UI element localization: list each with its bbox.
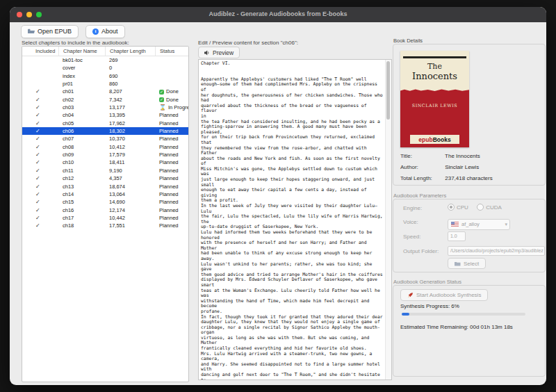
- status-text: Planned: [159, 111, 179, 119]
- length-field-label: Total Length:: [400, 175, 443, 181]
- included-checkmark[interactable]: ✓: [22, 96, 58, 104]
- table-row[interactable]: ✓ch124,357Planned: [22, 174, 188, 182]
- status-text: Planned: [159, 214, 179, 222]
- included-checkmark[interactable]: ✓: [22, 111, 58, 119]
- editor-scrollbar-thumb[interactable]: [386, 61, 390, 120]
- chapter-length-cell: 17,579: [105, 151, 155, 158]
- table-row[interactable]: ✓ch0710,370Planned: [22, 135, 188, 142]
- included-checkmark[interactable]: ✓: [22, 214, 58, 222]
- status-text: Planned: [159, 174, 179, 182]
- table-row[interactable]: ✓ch0517,962Planned: [22, 120, 188, 127]
- included-checkmark[interactable]: [22, 72, 58, 80]
- title-field-label: Title:: [400, 153, 443, 159]
- voice-dropdown[interactable]: af_alloy ▾: [448, 219, 510, 230]
- epubbooks-logo: epubBooks: [410, 135, 459, 144]
- chapter-length-cell: 13,395: [105, 111, 155, 119]
- chapter-length-cell: 17,551: [105, 222, 155, 229]
- table-row[interactable]: ✓ch1318,674Planned: [22, 183, 188, 190]
- table-row[interactable]: ✓ch0810,412Planned: [22, 143, 188, 151]
- chapter-name-cell: ch07: [58, 135, 105, 142]
- included-checkmark[interactable]: ✓: [22, 135, 58, 142]
- col-header-chapter-length[interactable]: Chapter Length: [105, 47, 155, 56]
- col-header-included[interactable]: Included: [22, 47, 58, 56]
- radio-cuda[interactable]: CUDA: [477, 204, 502, 211]
- included-checkmark[interactable]: ✓: [22, 174, 58, 182]
- table-row[interactable]: ✓ch0917,579Planned: [22, 151, 188, 158]
- chapter-name-cell: cover: [58, 64, 105, 72]
- included-checkmark[interactable]: [22, 56, 58, 64]
- open-epub-label: Open EPUB: [38, 28, 72, 35]
- chapter-length-cell: 18,302: [105, 127, 155, 135]
- cover-title-line1: The: [400, 62, 469, 71]
- status-cell: Planned: [155, 167, 188, 174]
- editor-area: Chapter VI. Apparently the Applebys' cus…: [198, 59, 392, 380]
- table-row[interactable]: ✓ch0413,395Planned: [22, 111, 188, 119]
- chapter-length-cell: 18,674: [105, 183, 155, 190]
- table-row[interactable]: ✓ch027,342Done: [22, 96, 188, 104]
- table-row[interactable]: ✓ch119,190Planned: [22, 167, 188, 174]
- included-checkmark[interactable]: ✓: [22, 198, 58, 206]
- col-header-chapter-name[interactable]: Chapter Name: [58, 47, 105, 56]
- status-text: Planned: [159, 143, 179, 151]
- table-row[interactable]: bk01-toc269: [22, 56, 188, 64]
- table-row[interactable]: ✓ch1413,064Planned: [22, 190, 188, 198]
- status-cell: Planned: [155, 111, 188, 119]
- included-checkmark[interactable]: ✓: [22, 88, 58, 95]
- included-checkmark[interactable]: ✓: [22, 190, 58, 198]
- params-title: Audiobook Parameters: [393, 193, 446, 199]
- length-field-value: 237,418 characters: [445, 175, 493, 181]
- speed-input[interactable]: 1.0: [448, 231, 466, 241]
- table-row[interactable]: pr01860: [22, 80, 188, 88]
- table-row[interactable]: ✓ch1710,442Planned: [22, 214, 188, 222]
- table-row[interactable]: ✓ch1514,690Planned: [22, 198, 188, 206]
- progress-bar: [402, 313, 525, 316]
- included-checkmark[interactable]: ✓: [22, 183, 58, 190]
- chapter-name-cell: ch18: [58, 222, 105, 229]
- included-checkmark[interactable]: [22, 64, 58, 72]
- included-checkmark[interactable]: ✓: [22, 167, 58, 174]
- included-checkmark[interactable]: ✓: [22, 151, 58, 158]
- chapter-name-cell: ch15: [58, 198, 105, 206]
- included-checkmark[interactable]: ✓: [22, 120, 58, 127]
- synthesis-progress-label: Synthesis Progress: 6%: [400, 303, 459, 309]
- table-row[interactable]: index690: [22, 72, 188, 80]
- included-checkmark[interactable]: [22, 80, 58, 88]
- table-row[interactable]: ✓ch018,207Done: [22, 88, 188, 95]
- author-field-label: Author:: [400, 164, 443, 170]
- included-checkmark[interactable]: ✓: [22, 222, 58, 229]
- included-checkmark[interactable]: ✓: [22, 127, 58, 135]
- editor-text[interactable]: Chapter VI. Apparently the Applebys' cus…: [201, 61, 384, 378]
- preview-button[interactable]: Preview: [198, 47, 240, 58]
- table-row[interactable]: ✓ch0618,302Planned: [22, 127, 188, 135]
- output-folder-input[interactable]: /Users/claudio/projects/epub2mp3/audible…: [448, 246, 545, 256]
- radio-cpu[interactable]: CPU: [448, 204, 468, 211]
- status-cell: Planned: [155, 158, 188, 166]
- chapter-length-cell: 13,064: [105, 190, 155, 198]
- included-checkmark[interactable]: ✓: [22, 104, 58, 111]
- included-checkmark[interactable]: ✓: [22, 143, 58, 151]
- status-cell: Done: [155, 96, 188, 104]
- chapter-name-cell: ch10: [58, 158, 105, 166]
- status-text: Planned: [159, 167, 179, 174]
- table-row[interactable]: ✓ch1612,174Planned: [22, 206, 188, 214]
- status-cell: Planned: [155, 214, 188, 222]
- table-row[interactable]: cover0: [22, 64, 188, 72]
- included-checkmark[interactable]: ✓: [22, 158, 58, 166]
- start-synthesis-button[interactable]: Start Audiobook Synthesis: [400, 289, 488, 301]
- included-checkmark[interactable]: ✓: [22, 206, 58, 214]
- chapter-table-body: bk01-toc269cover0index690pr01860✓ch018,2…: [22, 56, 188, 230]
- table-row[interactable]: ✓ch1817,551Planned: [22, 222, 188, 229]
- rocket-icon: [407, 292, 414, 298]
- done-check-icon: [159, 97, 164, 102]
- about-button[interactable]: i About: [85, 25, 125, 38]
- progress-fill: [402, 313, 409, 316]
- open-epub-button[interactable]: Open EPUB: [21, 25, 79, 38]
- info-icon: i: [92, 28, 99, 35]
- chapter-length-cell: 860: [105, 80, 155, 88]
- table-row[interactable]: ✓ch0313,177⌛In Progress: [22, 104, 188, 111]
- chapter-length-cell: 8,207: [105, 88, 155, 95]
- col-header-status[interactable]: Status: [155, 47, 188, 56]
- status-text: Planned: [159, 135, 179, 142]
- select-folder-button[interactable]: Select: [448, 258, 486, 269]
- table-row[interactable]: ✓ch1018,411Planned: [22, 158, 188, 166]
